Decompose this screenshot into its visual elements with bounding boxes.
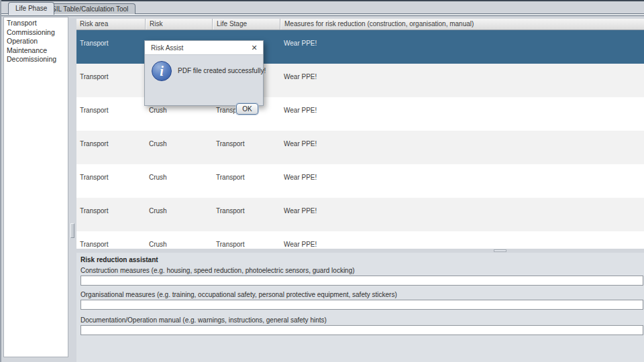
cell-measures: Wear PPE! — [280, 64, 644, 97]
tab-sil-table-calculation-tool[interactable]: SIL Table/Calculation Tool — [44, 3, 136, 14]
cell-life-stage: Transport — [213, 131, 280, 164]
cell-measures: Wear PPE! — [280, 131, 644, 164]
ok-button[interactable]: OK — [236, 103, 258, 115]
info-icon: i — [152, 61, 172, 81]
cell-risk: Crush — [146, 198, 213, 231]
column-header-risk-area[interactable]: Risk area — [76, 19, 146, 29]
column-header-life-stage[interactable]: Life Stage — [213, 19, 280, 29]
life-phase-sidebar: Transport Commissioning Operation Mainte… — [3, 17, 68, 357]
documentation-manual-input[interactable] — [80, 325, 643, 335]
cell-measures: Wear PPE! — [280, 97, 644, 131]
cell-risk-area: Transport — [76, 30, 146, 64]
organisational-measures-input[interactable] — [80, 300, 643, 310]
risk-assist-dialog: Risk Assist ✕ i PDF file created success… — [144, 40, 264, 106]
construction-measures-input[interactable] — [80, 276, 643, 286]
column-header-measures[interactable]: Measures for risk reduction (constructio… — [280, 19, 644, 29]
table-row[interactable]: Transport Crush Transport Wear PPE! — [76, 231, 644, 249]
close-icon[interactable]: ✕ — [248, 41, 261, 54]
cell-measures: Wear PPE! — [280, 30, 644, 64]
cell-life-stage: Transport — [213, 164, 280, 198]
cell-risk-area: Transport — [76, 97, 146, 131]
horizontal-splitter-grip[interactable] — [494, 249, 506, 252]
column-header-risk[interactable]: Risk — [146, 19, 213, 29]
cell-risk: Crush — [146, 231, 213, 249]
cell-risk-area: Transport — [76, 231, 146, 249]
sidebar-item-decomissioning[interactable]: Decomissioning — [7, 55, 68, 64]
cell-risk-area: Transport — [76, 164, 146, 198]
organisational-measures-label: Organisational measures (e.g. training, … — [80, 291, 397, 298]
cell-life-stage: Transport — [213, 231, 280, 249]
table-row[interactable]: Transport Crush Transport Wear PPE! — [76, 198, 644, 231]
cell-risk-area: Transport — [76, 198, 146, 231]
sidebar-item-operation[interactable]: Operation — [7, 37, 68, 46]
cell-risk: Crush — [146, 131, 213, 164]
tab-life-phase[interactable]: Life Phase — [8, 2, 54, 15]
risk-table-header: Risk area Risk Life Stage Measures for r… — [76, 19, 644, 30]
dialog-message: PDF file created successfully! — [178, 67, 266, 74]
cell-measures: Wear PPE! — [280, 198, 644, 231]
documentation-manual-label: Documentation/Operation manual (e.g. war… — [80, 316, 327, 324]
sidebar-item-transport[interactable]: Transport — [7, 19, 68, 28]
dialog-title-bar[interactable]: Risk Assist ✕ — [145, 41, 263, 55]
table-row[interactable]: Transport Crush Transport Wear PPE! — [76, 164, 644, 198]
vertical-splitter-grip[interactable] — [70, 223, 74, 238]
table-row[interactable]: Transport Crush Transport Wear PPE! — [76, 131, 644, 164]
cell-risk-area: Transport — [76, 131, 146, 164]
dialog-title: Risk Assist — [145, 44, 248, 52]
cell-measures: Wear PPE! — [280, 231, 644, 249]
cell-measures: Wear PPE! — [280, 164, 644, 198]
risk-reduction-assistant-panel: Risk reduction assistant Construction me… — [76, 253, 644, 362]
cell-risk: Crush — [146, 164, 213, 198]
cell-life-stage: Transport — [213, 198, 280, 231]
construction-measures-label: Construction measures (e.g. housing, spe… — [80, 267, 355, 274]
vertical-splitter[interactable] — [69, 17, 76, 357]
assistant-panel-title: Risk reduction assistant — [80, 256, 158, 263]
dialog-body: i PDF file created successfully! OK — [145, 55, 263, 106]
cell-risk-area: Transport — [76, 64, 146, 97]
sidebar-item-commissioning[interactable]: Commissioning — [7, 28, 68, 38]
sidebar-item-maintenance[interactable]: Maintenance — [7, 46, 68, 56]
